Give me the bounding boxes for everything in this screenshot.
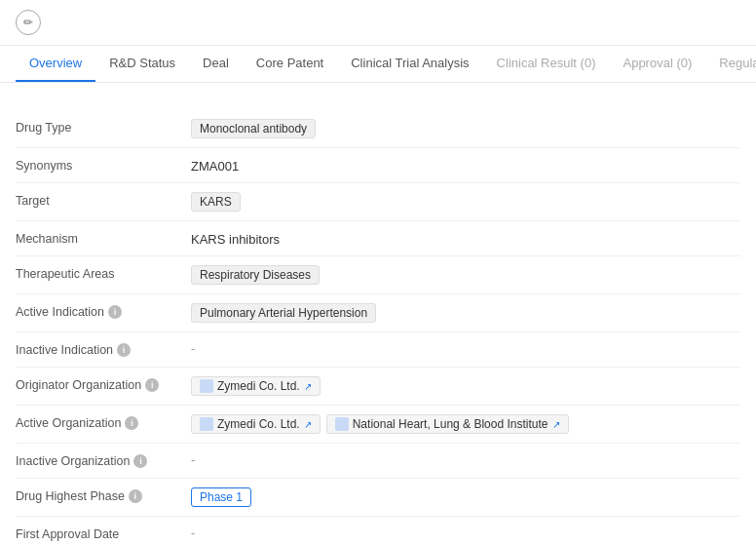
org-name: Zymedi Co. Ltd. (217, 417, 300, 431)
field-value: Pulmonary Arterial Hypertension (191, 303, 740, 323)
org-link-icon[interactable]: ↗ (304, 381, 312, 392)
field-label: Active Organizationi (16, 414, 191, 430)
phase-tag: Phase 1 (191, 487, 251, 507)
field-value: KARS (191, 192, 740, 212)
plain-value: KARS inhibitors (191, 230, 280, 247)
tab-clinical-result[interactable]: Clinical Result (0) (483, 46, 610, 82)
tab-approval[interactable]: Approval (0) (609, 46, 705, 82)
org-tag[interactable]: Zymedi Co. Ltd.↗ (191, 414, 321, 434)
tab-deal[interactable]: Deal (189, 46, 243, 82)
dash-value: - (191, 452, 195, 467)
dash-value: - (191, 526, 195, 540)
tag: Pulmonary Arterial Hypertension (191, 303, 376, 323)
field-label: Originator Organizationi (16, 376, 191, 392)
field-label: Drug Type (16, 119, 191, 135)
field-label: Mechanism (16, 230, 191, 246)
dash-value: - (191, 341, 195, 356)
field-value: - (191, 452, 740, 467)
field-row-active-organization: Active OrganizationiZymedi Co. Ltd.↗Nati… (16, 406, 740, 444)
field-label: Drug Highest Phasei (16, 487, 191, 503)
field-row-drug-highest-phase: Drug Highest PhaseiPhase 1 (16, 479, 740, 517)
info-icon[interactable]: i (108, 305, 122, 319)
main-content: Drug TypeMonoclonal antibodySynonymsZMA0… (0, 83, 756, 545)
field-label: First Approval Date (16, 526, 191, 541)
field-row-active-indication: Active IndicationiPulmonary Arterial Hyp… (16, 294, 740, 332)
field-row-inactive-organization: Inactive Organizationi- (16, 444, 740, 479)
tag: Respiratory Diseases (191, 265, 320, 285)
field-row-inactive-indication: Inactive Indicationi- (16, 332, 740, 368)
fields-container: Drug TypeMonoclonal antibodySynonymsZMA0… (16, 110, 740, 545)
field-value: Monoclonal antibody (191, 119, 740, 138)
field-label: Synonyms (16, 157, 191, 173)
org-logo (335, 417, 349, 431)
field-label: Inactive Indicationi (16, 341, 191, 357)
org-logo (200, 417, 213, 431)
plain-value: ZMA001 (191, 157, 239, 174)
org-tag[interactable]: National Heart, Lung & Blood Institute↗ (326, 414, 569, 434)
field-row-target: TargetKARS (16, 183, 740, 221)
field-value: Phase 1 (191, 487, 740, 507)
field-row-drug-type: Drug TypeMonoclonal antibody (16, 110, 740, 148)
tab-regulation[interactable]: Regulation (0) (705, 46, 756, 82)
info-icon[interactable]: i (125, 416, 138, 430)
field-value: - (191, 341, 740, 356)
field-label: Inactive Organizationi (16, 452, 191, 468)
org-name: Zymedi Co. Ltd. (217, 379, 300, 393)
info-icon[interactable]: i (129, 489, 142, 503)
field-value: - (191, 526, 740, 540)
org-logo (200, 379, 213, 393)
tab-rd-status[interactable]: R&D Status (95, 46, 189, 82)
field-row-mechanism: MechanismKARS inhibitors (16, 221, 740, 256)
field-row-originator-organization: Originator OrganizationiZymedi Co. Ltd.↗ (16, 368, 740, 406)
org-link-icon[interactable]: ↗ (304, 419, 312, 430)
org-link-icon[interactable]: ↗ (552, 419, 560, 430)
field-label: Active Indicationi (16, 303, 191, 319)
field-value: Zymedi Co. Ltd.↗ (191, 376, 740, 396)
tag: Monoclonal antibody (191, 119, 316, 138)
edit-icon[interactable]: ✏ (16, 10, 41, 35)
page-header: ✏ (0, 0, 756, 46)
field-label: Therapeutic Areas (16, 265, 191, 281)
field-value: KARS inhibitors (191, 230, 740, 247)
field-value: Zymedi Co. Ltd.↗National Heart, Lung & B… (191, 414, 740, 434)
field-value: ZMA001 (191, 157, 740, 174)
field-label: Target (16, 192, 191, 208)
org-tag[interactable]: Zymedi Co. Ltd.↗ (191, 376, 321, 396)
field-row-synonyms: SynonymsZMA001 (16, 148, 740, 183)
field-row-therapeutic-areas: Therapeutic AreasRespiratory Diseases (16, 256, 740, 294)
field-value: Respiratory Diseases (191, 265, 740, 285)
tab-overview[interactable]: Overview (16, 46, 95, 82)
info-icon[interactable]: i (145, 378, 159, 392)
info-icon[interactable]: i (133, 454, 147, 468)
tab-clinical-trial[interactable]: Clinical Trial Analysis (337, 46, 482, 82)
tab-core-patent[interactable]: Core Patent (243, 46, 337, 82)
tab-bar: OverviewR&D StatusDealCore PatentClinica… (0, 46, 756, 83)
tag: KARS (191, 192, 241, 212)
field-row-first-approval-date: First Approval Date- (16, 517, 740, 545)
org-name: National Heart, Lung & Blood Institute (353, 417, 548, 431)
info-icon[interactable]: i (117, 343, 131, 357)
